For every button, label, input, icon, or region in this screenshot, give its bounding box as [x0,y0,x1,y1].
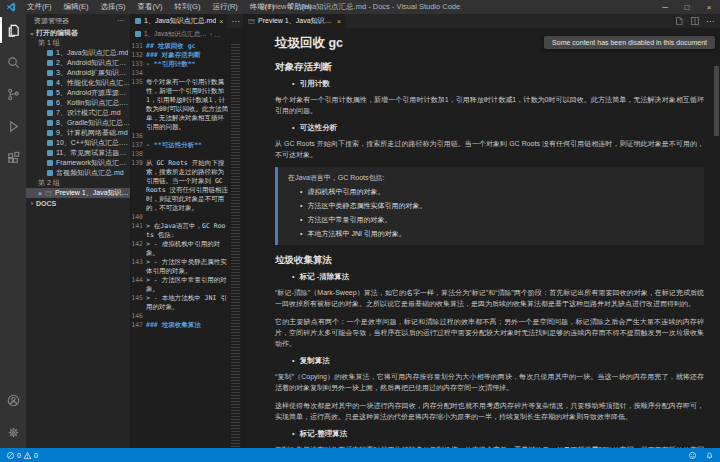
preview-paragraph: 它的主要缺点有两个：一个是效率问题，标记和清除过程的效率都不高；另外一个是空间问… [275,316,704,349]
open-editor-item[interactable]: 7、设计模式汇总.md [26,108,130,118]
preview-icon [248,18,255,25]
code-line[interactable]: 137- **可达性分析** [131,141,230,150]
explorer-icon[interactable] [0,14,26,46]
run-debug-icon[interactable] [0,110,26,142]
open-editor-item[interactable]: 10、C++知识点汇总.md [26,138,130,148]
markdown-file-icon [47,80,53,86]
account-icon[interactable] [0,384,26,416]
preview-paragraph: 每个对象有一个引用计数属性，新增一个引用时计数加1，引用释放时计数减1，计数为0… [275,94,704,116]
more-actions-icon[interactable]: ⋯ [231,17,239,26]
maximize-button[interactable]: □ [676,0,698,14]
more-actions-icon[interactable]: ⋯ [706,17,714,26]
open-editor-item[interactable]: 4、性能优化知识点汇总.md [26,78,130,88]
code-line[interactable]: 134 [131,69,230,78]
close-button[interactable]: × [698,0,720,14]
sidebar-more-actions[interactable]: ⋯ [117,17,125,25]
open-editors-section[interactable]: ⌄ 打开的编辑器 [26,28,130,38]
menu-go[interactable]: 转到(G) [169,0,207,14]
folder-section-docs[interactable]: › DOCS [26,198,130,208]
code-line[interactable]: 144> - 方法区中常量引用的对象。 [131,276,230,294]
chevron-right-icon: › [210,31,212,38]
preview-list-item: •方法区中类静态属性实体引用的对象。 [300,201,694,211]
open-editor-item[interactable]: 2、Android知识点汇总.md [26,58,130,68]
tab-preview-java-md[interactable]: Preview 1、Java知识点汇总.md × [244,14,345,28]
code-line[interactable]: 142> - 虚拟机栈中引用的对象。 [131,240,230,258]
menu-run[interactable]: 运行(R) [206,0,243,14]
code-editor[interactable]: 131## 垃圾回收 gc 132### 对象存活判断 133- **引用计数*… [131,40,243,448]
open-editor-item[interactable]: 1、Java知识点汇总.md [26,48,130,58]
preview-heading: 对象存活判断 [275,61,704,74]
code-line[interactable]: 135每个对象有一个引用计数属性，新增一个引用时计数加1，引用释放时计数减1，计… [131,78,230,132]
preview-list-item: •虚拟机栈中引用的对象。 [300,187,694,197]
preview-heading: 垃圾收集算法 [275,254,704,267]
preview-paragraph: 从 GC Roots 开始向下搜索，搜索所走过的路径称为引用链。当一个对象到 G… [275,138,704,160]
source-control-icon[interactable] [0,78,26,110]
code-line[interactable]: 136 [131,132,230,141]
open-source-icon[interactable] [674,16,684,26]
editor-group-preview: Preview 1、Java知识点汇总.md × ⋯ 垃圾回收 gc 对象存活判… [244,14,720,448]
code-line[interactable]: 147### 垃圾收集算法 [131,321,230,330]
status-bar: 0 0 [0,448,720,462]
menu-view[interactable]: 查看(V) [132,0,169,14]
problems-indicator[interactable]: 0 0 [6,451,38,460]
menu-file[interactable]: 文件(F) [21,0,58,14]
markdown-file-icon [47,130,53,136]
search-icon[interactable] [0,46,26,78]
code-line[interactable]: 146 [131,312,230,321]
breadcrumb[interactable]: 1、Java知识点汇总.md › … [131,28,243,40]
open-editor-item[interactable]: 8、Gradle知识点汇总.md [26,118,130,128]
error-icon [6,451,15,460]
preview-tab-bar: Preview 1、Java知识点汇总.md × ⋯ [244,14,720,28]
preview-list-item: •复制算法 [292,356,704,366]
open-editor-item[interactable]: 6、Kotlin知识点汇总.md [26,98,130,108]
code-line[interactable]: 141> 在Java语言中，GC Roots 包括: [131,222,230,240]
content-disabled-notification: Some content has been disabled in this d… [544,36,715,49]
scrollbar-thumb[interactable] [714,66,719,136]
code-line[interactable]: 139从 GC Roots 开始向下搜索，搜索所走过的路径称为引用链。当一个对象… [131,159,230,213]
code-line[interactable]: 140 [131,213,230,222]
code-lines[interactable]: 131## 垃圾回收 gc 132### 对象存活判断 133- **引用计数*… [131,40,230,448]
tab-java-md[interactable]: 1、Java知识点汇总.md × [131,14,227,28]
open-editor-item[interactable]: 5、Android开源库源码分析.md [26,88,130,98]
notifications-bell-icon[interactable] [705,451,714,460]
editor-group-2-label: 第 2 组 [26,178,130,188]
extensions-icon[interactable] [0,142,26,174]
explorer-sidebar: 资源管理器 ⋯ ⌄ 打开的编辑器 第 1 组 1、Java知识点汇总.md 2、… [26,14,131,448]
bullet-icon: • [292,429,295,439]
code-line[interactable]: 131## 垃圾回收 gc [131,42,230,51]
feedback-icon[interactable] [688,451,697,460]
warning-icon [23,451,32,460]
bullet-icon: • [292,79,295,89]
menu-selection[interactable]: 选择(S) [95,0,132,14]
preview-paragraph: 这样使得每次都是对其中的一块进行内存回收，内存分配时也就不用考虑内存碎片等复杂情… [275,400,704,422]
code-line[interactable]: 138 [131,150,230,159]
close-icon[interactable]: × [36,190,44,197]
markdown-preview[interactable]: 垃圾回收 gc 对象存活判断 •引用计数 每个对象有一个引用计数属性，新增一个引… [244,28,720,448]
open-editor-item[interactable]: 11、常见面试算法题汇总.md [26,148,130,158]
editor-group-source: 1、Java知识点汇总.md × ⋯ 1、Java知识点汇总.md › … 13… [131,14,244,448]
open-editor-item[interactable]: 3、Android扩展知识点.md [26,68,130,78]
open-editor-item[interactable]: 9、计算机网络基础.md [26,128,130,138]
code-line[interactable]: 145> - 本地方法栈中 JNI 引用的对象。 [131,294,230,312]
activity-bar [0,14,26,448]
code-line[interactable]: 132### 对象存活判断 [131,51,230,60]
split-editor-icon[interactable] [690,16,700,26]
code-line[interactable]: 133- **引用计数** [131,60,230,69]
close-icon[interactable]: × [219,18,223,25]
code-line[interactable]: 143> - 方法区中类静态属性实体引用的对象。 [131,258,230,276]
preview-blockquote: 在Java语言中，GC Roots包括: •虚拟机栈中引用的对象。 •方法区中类… [275,167,704,245]
minimap[interactable] [230,40,243,448]
markdown-file-icon [47,70,53,76]
window-title: Preview 1、Java知识点汇总.md - Docs - Visual S… [260,2,460,12]
open-editor-item-preview[interactable]: × Preview 1、Java知识点汇总.md [26,188,130,198]
preview-paragraph: 在Java语言中，GC Roots包括: [288,172,694,183]
open-editor-item[interactable]: 音视频知识点汇总.md [26,168,130,178]
close-icon[interactable]: × [337,18,341,25]
minimize-button[interactable]: ─ [654,0,676,14]
preview-paragraph: “复制”（Copying）的收集算法，它将可用内存按容量划分为大小相等的两块，每… [275,371,704,393]
bullet-icon: • [300,229,302,239]
settings-gear-icon[interactable] [0,416,26,448]
markdown-file-icon [47,50,53,56]
menu-edit[interactable]: 编辑(E) [58,0,95,14]
open-editor-item[interactable]: Framework知识点汇总.md [26,158,130,168]
